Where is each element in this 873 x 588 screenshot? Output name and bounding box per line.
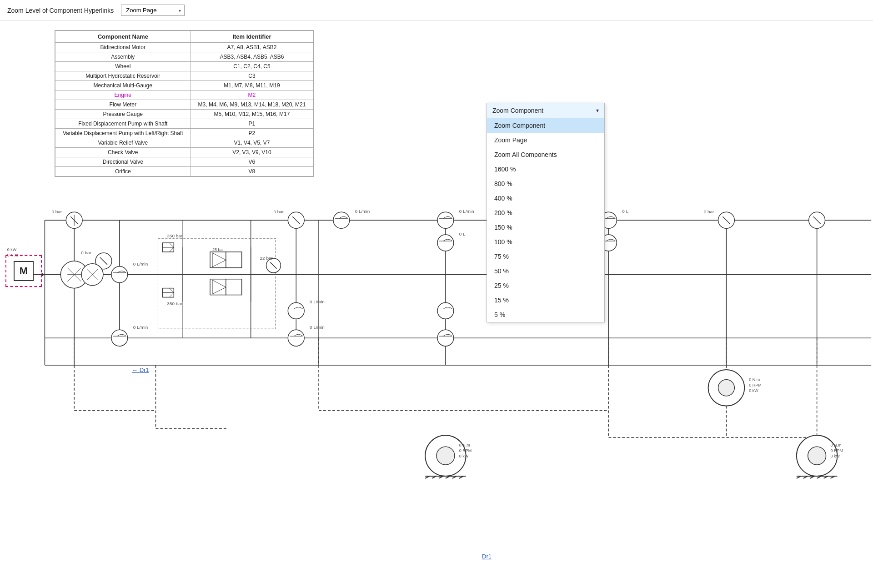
dr1-link-left[interactable]: ← Dr1 [132,367,149,373]
zoom-level-select[interactable]: Zoom Page [121,5,185,16]
svg-text:0 L: 0 L [459,231,466,236]
svg-point-88 [288,330,304,346]
component-table-wrapper: Component Name Item Identifier Bidirecti… [55,30,314,177]
engine-label: M [14,261,34,281]
svg-text:0 RPM: 0 RPM [459,448,472,453]
svg-text:0 N.m: 0 N.m [831,443,842,447]
svg-point-71 [333,212,350,228]
component-name-cell: Bidirectional Motor [55,43,191,52]
component-name-cell: Pressure Gauge [55,110,191,119]
main-content: 0 bar 0 bar 0 L/min 0 L/min [0,21,873,587]
component-name-cell: Mechanical Multi-Gauge [55,81,191,90]
dropdown-item[interactable]: 75 % [487,249,604,264]
dropdown-item[interactable]: Zoom All Components [487,147,604,162]
table-row: Variable Relief ValveV1, V4, V5, V7 [55,138,313,148]
table-row: OrificeV8 [55,167,313,176]
wheel-group: 0 N.m 0 RPM 0 kW 0 N.m 0 RPM 0 kW [425,435,843,478]
valve-group: 25 bar 350 bar 350 bar [162,233,241,306]
chevron-down-icon: ▾ [596,107,599,114]
svg-text:25 bar: 25 bar [212,247,224,252]
table-row: Fixed Displacement Pump with ShaftP1 [55,119,313,129]
svg-text:0 L/min: 0 L/min [310,300,325,305]
svg-point-99 [436,447,455,465]
svg-text:0 kW: 0 kW [831,454,840,458]
dropdown-item[interactable]: 200 % [487,206,604,220]
dropdown-item[interactable]: 15 % [487,293,604,307]
component-name-cell: Variable Displacement Pump with Left/Rig… [55,129,191,138]
dropdown-item[interactable]: 50 % [487,264,604,278]
table-row: Mechanical Multi-GaugeM1, M7, M8, M11, M… [55,81,313,90]
dropdown-item[interactable]: 150 % [487,220,604,235]
dropdown-header-label: Zoom Component [492,107,543,114]
svg-point-74 [437,212,454,228]
table-row: Directional ValveV6 [55,157,313,167]
svg-text:0 L: 0 L [622,209,628,214]
svg-point-111 [808,447,826,465]
svg-text:0 kW: 0 kW [7,247,17,252]
zoom-select-wrapper[interactable]: Zoom Page ▾ [121,5,185,16]
table-row: WheelC1, C2, C4, C5 [55,62,313,71]
component-name-cell: Variable Relief Valve [55,138,191,148]
component-table: Component Name Item Identifier Bidirecti… [55,30,313,176]
table-row: AssemblyASB3, ASB4, ASB5, ASB6 [55,52,313,62]
dropdown-item[interactable]: 800 % [487,176,604,191]
component-name-cell: Directional Valve [55,157,191,167]
dr1-link-right[interactable]: Dr1 [482,553,492,560]
svg-marker-133 [41,273,45,276]
component-id-cell: A7, A8, ASB1, ASB2 [191,43,313,52]
svg-point-123 [718,380,735,396]
component-id-cell: C3 [191,71,313,81]
component-id-cell: ASB3, ASB4, ASB5, ASB6 [191,52,313,62]
table-row: Multiport Hydrostatic ReservoirC3 [55,71,313,81]
component-name-cell: Assembly [55,52,191,62]
component-id-cell: P1 [191,119,313,129]
dropdown-item[interactable]: 400 % [487,191,604,206]
component-id-cell: V2, V3, V9, V10 [191,148,313,157]
svg-text:0 RPM: 0 RPM [831,448,843,453]
table-row: Variable Displacement Pump with Left/Rig… [55,129,313,138]
table-row: Flow MeterM3, M4, M6, M9, M13, M14, M18,… [55,100,313,110]
component-id-cell: V6 [191,157,313,167]
col-header-name: Component Name [55,31,191,43]
col-header-id: Item Identifier [191,31,313,43]
dropdown-item[interactable]: Zoom Page [487,133,604,147]
svg-text:0 L/min: 0 L/min [133,325,148,330]
component-name-cell: Fixed Displacement Pump with Shaft [55,119,191,129]
svg-point-91 [288,303,304,319]
component-id-cell: M2 [191,90,313,100]
svg-text:350 bar: 350 bar [167,233,182,238]
svg-text:0 bar: 0 bar [704,209,714,214]
svg-text:0 N.m: 0 N.m [459,443,470,447]
gauge-group-top-right: 0 bar [704,209,825,228]
svg-text:0 RPM: 0 RPM [749,383,761,387]
zoom-label: Zoom Level of Component Hyperlinks [7,7,114,14]
dropdown-item[interactable]: 100 % [487,235,604,249]
pump-group [60,261,103,288]
component-id-cell: C1, C2, C4, C5 [191,62,313,71]
svg-text:0 bar: 0 bar [51,209,62,214]
table-row: EngineM2 [55,90,313,100]
zoom-dropdown-panel: Zoom Component ▾ Zoom ComponentZoom Page… [487,103,605,322]
component-id-cell: V8 [191,167,313,176]
component-name-cell: Check Valve [55,148,191,157]
table-row: Check ValveV2, V3, V9, V10 [55,148,313,157]
dropdown-header[interactable]: Zoom Component ▾ [487,103,604,118]
component-id-cell: V1, V4, V5, V7 [191,138,313,148]
component-name-cell: Multiport Hydrostatic Reservoir [55,71,191,81]
svg-text:0 L/min: 0 L/min [133,261,148,266]
dropdown-item[interactable]: 25 % [487,278,604,293]
svg-text:0 N.m: 0 N.m [749,377,760,382]
dropdown-items-container: Zoom ComponentZoom PageZoom All Componen… [487,118,604,322]
engine-box: M [5,255,42,287]
component-id-cell: P2 [191,129,313,138]
component-name-cell: Orifice [55,167,191,176]
svg-rect-57 [226,252,242,268]
component-id-cell: M5, M10, M12, M15, M16, M17 [191,110,313,119]
dropdown-item[interactable]: Zoom Component [487,118,604,133]
component-id-cell: M1, M7, M8, M11, M19 [191,81,313,90]
component-name-cell: Flow Meter [55,100,191,110]
dropdown-item[interactable]: 1600 % [487,162,604,176]
dropdown-item[interactable]: 5 % [487,307,604,322]
svg-text:0 L/min: 0 L/min [459,209,474,214]
svg-text:0 bar: 0 bar [273,209,284,214]
